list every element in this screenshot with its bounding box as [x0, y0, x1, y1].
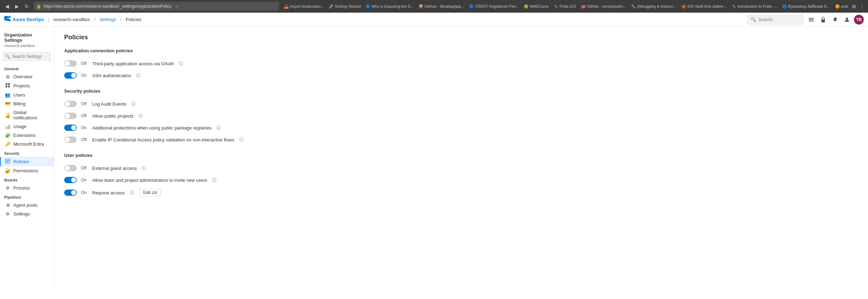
sidebar-item-notifications[interactable]: 🔔 Global notifications: [0, 108, 54, 122]
policy-row-ssh: On SSH authentication ⓘ: [64, 69, 858, 81]
ip-conditional-info-icon[interactable]: ⓘ: [239, 137, 243, 143]
package-registries-info-icon[interactable]: ⓘ: [216, 125, 221, 131]
svg-point-4: [846, 18, 848, 20]
bookmark-3[interactable]: 🔵 Why is Exposing the D...: [364, 4, 416, 9]
oauth-label: Third-party application access via OAuth: [92, 61, 174, 66]
sidebar-item-permissions[interactable]: 🔐 Permissions: [0, 166, 54, 175]
log-audit-info-icon[interactable]: ⓘ: [131, 101, 136, 107]
breadcrumb-settings[interactable]: Settings: [100, 17, 116, 22]
sidebar-item-entra[interactable]: 🔑 Microsoft Entra: [0, 140, 54, 148]
extensions-icon: 🧩: [5, 133, 11, 138]
bookmark-9[interactable]: 🔧 Debugging & Instrum...: [629, 4, 679, 9]
sidebar-item-agent-pools[interactable]: 🖥 Agent pools: [0, 201, 54, 210]
ip-conditional-status: Off: [81, 137, 88, 142]
sidebar-search-icon: 🔍: [5, 54, 11, 59]
policy-row-oauth: Off Third-party application access via O…: [64, 58, 858, 69]
external-guest-status: Off: [81, 166, 88, 171]
bookmark-import[interactable]: 📥 Import bookmarks...: [282, 4, 326, 9]
svg-rect-6: [8, 83, 10, 85]
invite-users-toggle[interactable]: [64, 177, 77, 183]
svg-rect-5: [6, 83, 7, 85]
bookmark-11[interactable]: 🦎 Introduction to Frida -...: [730, 4, 780, 9]
lock-topbar-icon[interactable]: [818, 15, 828, 25]
public-projects-toggle[interactable]: [64, 113, 77, 119]
sidebar-search-box[interactable]: 🔍: [3, 52, 51, 61]
bookmark-13[interactable]: 🟠 android/js/auth-bypas...: [833, 4, 848, 9]
refresh-button[interactable]: ↻: [22, 2, 31, 11]
sidebar-item-projects[interactable]: Projects: [0, 81, 54, 91]
address-bar[interactable]: 🔒 https://dev.azure.com/research-sandbox…: [34, 2, 279, 11]
external-guest-toggle[interactable]: [64, 165, 77, 171]
agent-pools-icon: 🖥: [5, 202, 11, 208]
search-input[interactable]: [758, 17, 800, 22]
sidebar-search-input[interactable]: [12, 54, 49, 59]
public-projects-info-icon[interactable]: ⓘ: [138, 113, 143, 119]
user-icon[interactable]: [842, 15, 852, 25]
search-icon: 🔍: [751, 17, 756, 22]
external-guest-info-icon[interactable]: ⓘ: [142, 165, 146, 171]
package-registries-toggle[interactable]: [64, 125, 77, 131]
browser-chrome: ◀ ▶ ↻ 🔒 https://dev.azure.com/research-s…: [0, 0, 868, 13]
usage-icon: 📊: [5, 124, 11, 129]
star-icon: ☆: [175, 4, 179, 9]
process-icon: ⚙: [5, 185, 11, 191]
forward-button[interactable]: ▶: [13, 2, 21, 11]
bookmark-7[interactable]: 🦎 Frida iOS: [551, 4, 578, 9]
svg-rect-1: [809, 19, 814, 20]
sidebar-item-extensions[interactable]: 🧩 Extensions: [0, 131, 54, 140]
sidebar-item-overview[interactable]: ⊞ Overview: [0, 72, 54, 81]
bookmark-12[interactable]: 🌐 Bypassing JailBreak D...: [780, 4, 832, 9]
svg-rect-2: [809, 21, 814, 21]
oauth-toggle[interactable]: [64, 60, 77, 67]
extension-icon[interactable]: ⊞: [851, 3, 857, 10]
entra-icon: 🔑: [5, 141, 11, 147]
bookmark-10[interactable]: 🍎 iOS Swift Anti-Jailbre...: [679, 4, 729, 9]
policy-row-ip-conditional: Off Enable IP Conditional Access policy …: [64, 134, 858, 146]
bookmark-4[interactable]: 📦 GitHub - libratbag/pip...: [416, 4, 466, 9]
ssh-status: On: [81, 73, 88, 78]
ssh-info-icon[interactable]: ⓘ: [136, 73, 140, 79]
edit-url-button[interactable]: Edit Url: [140, 189, 161, 197]
app-logo[interactable]: Azure DevOps: [4, 15, 44, 24]
breadcrumb-policies: Policies: [126, 17, 142, 22]
oauth-status: Off: [81, 61, 88, 66]
invite-users-info-icon[interactable]: ⓘ: [212, 177, 216, 183]
request-access-label: Request access: [92, 190, 125, 195]
browser-nav-buttons: ◀ ▶ ↻: [3, 2, 31, 11]
svg-rect-3: [821, 19, 825, 22]
sidebar-item-users[interactable]: 👥 Users: [0, 91, 54, 99]
list-icon[interactable]: [806, 15, 816, 25]
section-title-security: Security policies: [64, 88, 858, 94]
package-registries-status: On: [81, 125, 88, 130]
bookmark-8[interactable]: 🐙 GitHub - sensepost/o...: [579, 4, 629, 9]
request-access-toggle[interactable]: [64, 190, 77, 196]
oauth-info-icon[interactable]: ⓘ: [179, 61, 183, 67]
sidebar-item-pipelines-settings[interactable]: ⚙ Settings: [0, 210, 54, 218]
external-guest-label: External guest access: [92, 166, 137, 171]
user-avatar[interactable]: TB: [854, 15, 864, 25]
request-access-info-icon[interactable]: ⓘ: [130, 190, 134, 196]
bookmark-5[interactable]: 🔵 CREST Registered Pen...: [467, 4, 521, 9]
sidebar-section-pipelines: Pipelines: [0, 192, 54, 201]
log-audit-toggle[interactable]: [64, 101, 77, 107]
sidebar-item-usage[interactable]: 📊 Usage: [0, 122, 54, 131]
ssh-toggle[interactable]: [64, 72, 77, 79]
settings-topbar-icon[interactable]: [830, 15, 840, 25]
sidebar-item-billing[interactable]: 💳 Billing: [0, 99, 54, 108]
bookmark-6[interactable]: 🟢 WADComs: [522, 4, 551, 9]
section-title-user: User policies: [64, 153, 858, 158]
topbar-search-box[interactable]: 🔍: [747, 15, 803, 25]
sidebar-item-process[interactable]: ⚙ Process: [0, 184, 54, 192]
browser-settings-icon[interactable]: ⋮: [859, 3, 865, 10]
svg-rect-8: [8, 86, 10, 87]
topbar-icon-group: TB: [806, 15, 864, 25]
back-button[interactable]: ◀: [3, 2, 11, 11]
policies-icon: [5, 159, 11, 165]
policy-row-external-guest: Off External guest access ⓘ: [64, 162, 858, 174]
sidebar-item-policies[interactable]: Policies: [0, 157, 54, 166]
ip-conditional-toggle[interactable]: [64, 137, 77, 143]
sidebar-section-boards: Boards: [0, 175, 54, 184]
bookmark-getting-started[interactable]: 🚀 Getting Started: [327, 4, 363, 9]
lock-icon: 🔒: [36, 4, 41, 9]
svg-rect-0: [809, 18, 814, 19]
